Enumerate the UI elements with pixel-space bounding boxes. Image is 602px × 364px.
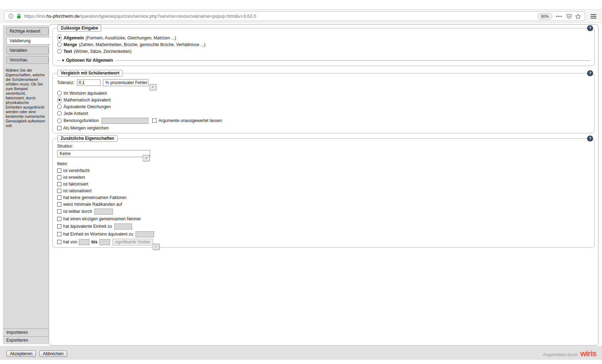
page-info-icon[interactable] bbox=[8, 13, 13, 19]
compare-as-sets-checkbox[interactable] bbox=[57, 126, 61, 130]
check-row-aequivalente-einheit[interactable]: hat äquivalente Einheit zu bbox=[57, 222, 590, 230]
footer-bar: Akzeptieren Abbrechen Angetrieben durch … bbox=[0, 346, 602, 360]
checkbox[interactable] bbox=[57, 175, 61, 180]
check-row-ist-vereinfacht[interactable]: ist vereinfacht bbox=[57, 167, 590, 174]
accept-button[interactable]: Akzeptieren bbox=[6, 351, 36, 357]
main-panel: Zulässige Eingabe ? Allgemein (Formeln, … bbox=[49, 24, 598, 346]
checkbox-label: ist faktorisiert bbox=[63, 182, 88, 187]
radio[interactable] bbox=[57, 118, 62, 123]
zoom-level-badge[interactable]: 80% bbox=[537, 13, 552, 20]
address-bar[interactable]: https://lms.hs-pforzheim.de/question/typ… bbox=[4, 11, 585, 21]
secure-lock-icon[interactable] bbox=[16, 13, 21, 19]
checkbox[interactable] bbox=[57, 224, 61, 228]
tolerance-input[interactable] bbox=[77, 79, 100, 86]
help-icon[interactable]: ? bbox=[587, 136, 593, 142]
url-text[interactable]: https://lms.hs-pforzheim.de/question/typ… bbox=[24, 13, 535, 19]
option-label: Allgemein bbox=[64, 35, 84, 40]
significant-digits-select[interactable]: signifikante Stellen bbox=[113, 239, 153, 246]
option-desc: (Wörter, Sätze, Zeichenketten) bbox=[74, 49, 132, 54]
menu-icon[interactable] bbox=[591, 14, 596, 18]
structure-label: Struktur: bbox=[57, 144, 590, 149]
radio[interactable] bbox=[57, 104, 62, 109]
radio-option-text[interactable]: Text (Wörter, Sätze, Zeichenketten) bbox=[57, 48, 590, 55]
sidebar-description: Wählen Sie die Eigenschaften, welche die… bbox=[6, 68, 46, 128]
radio[interactable] bbox=[57, 111, 62, 116]
collapsed-options-toggle[interactable]: Optionen für Allgemein bbox=[57, 58, 590, 63]
checkbox[interactable] bbox=[57, 232, 61, 236]
tab-richtige-antwort[interactable]: Richtige Antwort bbox=[6, 27, 49, 35]
browser-toolbar: https://lms.hs-pforzheim.de/question/typ… bbox=[0, 10, 602, 23]
option-label: Im Wortsinn äquivalent bbox=[64, 91, 107, 96]
check-row-ist-erweitert[interactable]: ist erweitert bbox=[57, 174, 590, 181]
import-button[interactable]: Importieren bbox=[3, 329, 49, 336]
equivalent-unit-input[interactable] bbox=[114, 224, 132, 230]
radio-option-benotungsfunktion[interactable]: Benotungsfunktion Argumente unausgewerte… bbox=[57, 117, 590, 125]
help-icon[interactable]: ? bbox=[587, 25, 593, 31]
check-row-ist-rationalisiert[interactable]: ist rationalisiert bbox=[57, 187, 590, 194]
check-row-signifikante-stellen[interactable]: hat von bis signifikante Stellen bbox=[57, 238, 590, 246]
chevron-down-icon bbox=[149, 84, 157, 90]
check-row-keine-gemeinsamen-faktoren[interactable]: hat keine gemeinsamen Faktoren bbox=[57, 194, 590, 201]
powered-by: Angetrieben durch wiris bbox=[543, 350, 596, 357]
unevaluated-arguments-checkbox[interactable] bbox=[152, 118, 157, 123]
tolerance-unit-select[interactable]: % prozentualer Fehler bbox=[103, 79, 148, 86]
check-row-ist-teilbar-durch[interactable]: ist teilbar durch bbox=[57, 208, 590, 215]
checkbox[interactable] bbox=[57, 189, 61, 193]
browser-tab-strip bbox=[0, 0, 602, 10]
grading-function-input[interactable] bbox=[102, 118, 148, 124]
tolerance-label: Toleranz: bbox=[57, 80, 75, 85]
option-label: Benotungsfunktion bbox=[64, 118, 99, 123]
divisible-by-input[interactable] bbox=[94, 209, 113, 215]
radio[interactable] bbox=[57, 49, 62, 54]
tab-validierung[interactable]: Validierung bbox=[6, 37, 50, 45]
select-value: signifikante Stellen bbox=[113, 239, 153, 244]
tab-vorschau[interactable]: Vorschau bbox=[6, 56, 49, 64]
fieldset-legend: Zusätzliche Eigenschaften bbox=[58, 135, 117, 142]
radio-selected[interactable] bbox=[57, 96, 62, 104]
browser-window: https://lms.hs-pforzheim.de/question/typ… bbox=[0, 0, 602, 364]
range-prefix-label: hat von bbox=[63, 239, 77, 244]
literal-unit-input[interactable] bbox=[136, 231, 154, 237]
checkbox[interactable] bbox=[57, 182, 61, 186]
checkbox[interactable] bbox=[57, 209, 61, 214]
check-row-ist-faktorisiert[interactable]: ist faktorisiert bbox=[57, 181, 590, 187]
export-button[interactable]: Exportieren bbox=[3, 336, 49, 344]
option-label: Äquivalente Gleichungen bbox=[64, 104, 111, 109]
range-to-input[interactable] bbox=[99, 239, 110, 245]
structure-select[interactable]: Keine bbox=[57, 150, 150, 157]
radio-option-jede-antwort[interactable]: Jede Antwort bbox=[57, 110, 590, 117]
compare-as-sets-row[interactable]: Als Mengen vergleichen bbox=[57, 125, 590, 131]
radio[interactable] bbox=[57, 42, 62, 47]
chevron-down-icon bbox=[143, 155, 150, 161]
bookmark-star-icon[interactable] bbox=[575, 13, 581, 19]
chevron-down-icon bbox=[153, 244, 160, 250]
help-icon[interactable]: ? bbox=[587, 70, 593, 76]
checkbox[interactable] bbox=[57, 217, 61, 221]
radio-option-menge[interactable]: Menge (Zahlen, Maßeinheiten, Brüche, gem… bbox=[57, 41, 590, 48]
wiris-quizzes-studio: Richtige Antwort Validierung Variablen V… bbox=[0, 23, 602, 346]
radio-option-allgemein[interactable]: Allgemein (Formeln, Ausdrücke, Gleichung… bbox=[57, 34, 590, 41]
select-value: % prozentualer Fehler bbox=[103, 80, 149, 85]
check-row-minimale-radikanden[interactable]: weist minimale Radikanden auf bbox=[57, 201, 590, 208]
check-row-gemeinsamer-nenner[interactable]: hat einen einzigen gemeinsamen Nenner bbox=[57, 215, 590, 222]
checkbox[interactable] bbox=[57, 195, 61, 200]
checkbox[interactable] bbox=[57, 169, 61, 173]
radio-option-mathematisch[interactable]: Mathematisch äquivalent bbox=[57, 96, 590, 103]
check-row-einheit-wortsinn[interactable]: hat Einheit im Wortsinn äquivalent zu bbox=[57, 230, 590, 238]
page-actions-icon[interactable]: ••• bbox=[556, 14, 563, 19]
checkbox[interactable] bbox=[57, 240, 61, 244]
radio-option-wortsinn[interactable]: Im Wortsinn äquivalent bbox=[57, 90, 590, 96]
radio-option-aequivalente-gleichungen[interactable]: Äquivalente Gleichungen bbox=[57, 103, 590, 110]
checkbox-label: hat einen einzigen gemeinsamen Nenner bbox=[63, 216, 141, 221]
checkbox-label: Argumente unausgewertet lassen bbox=[158, 118, 222, 123]
wiris-logo: wiris bbox=[580, 350, 596, 357]
option-label: Menge bbox=[64, 42, 77, 47]
radio-selected[interactable] bbox=[57, 34, 62, 42]
fieldset-zulaessige-eingabe: Zulässige Eingabe ? Allgemein (Formeln, … bbox=[53, 28, 595, 66]
range-from-input[interactable] bbox=[79, 239, 89, 245]
radio[interactable] bbox=[57, 91, 62, 95]
pocket-icon[interactable] bbox=[566, 13, 572, 19]
checkbox[interactable] bbox=[57, 202, 61, 206]
tab-variablen[interactable]: Variablen bbox=[6, 46, 49, 54]
cancel-button[interactable]: Abbrechen bbox=[39, 351, 67, 357]
